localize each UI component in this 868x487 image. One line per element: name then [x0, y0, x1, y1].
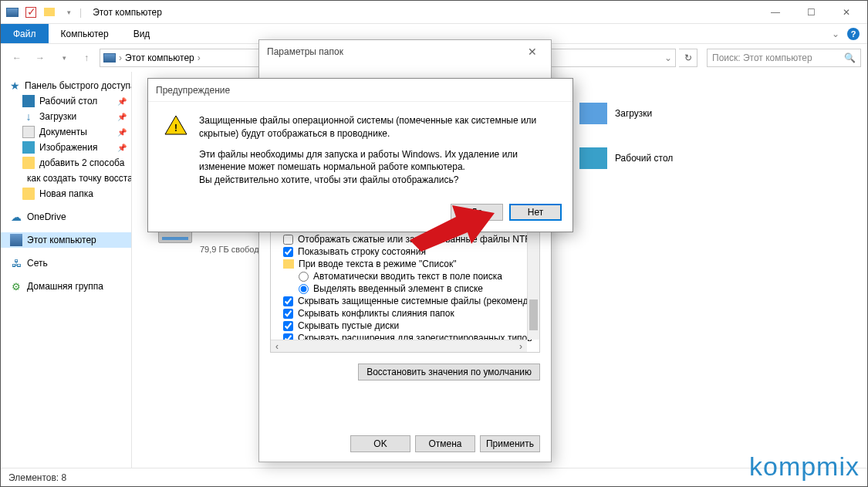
sidebar-pictures[interactable]: Изображения📌 [1, 140, 131, 155]
option-row[interactable]: Скрывать конфликты слияния папок [272, 307, 538, 320]
warning-p1: Защищенные файлы операционной системы (п… [199, 114, 557, 140]
option-label: Показывать строку состояния [298, 246, 426, 257]
forward-button[interactable]: → [30, 48, 50, 68]
radio[interactable] [299, 272, 309, 282]
option-label: Автоматически вводить текст в поле поиск… [313, 271, 502, 282]
option-row[interactable]: Показывать строку состояния [272, 245, 538, 258]
sidebar-item-label: Новая папка [39, 188, 93, 199]
sidebar-item-label: Панель быстрого доступа [25, 80, 131, 91]
history-dropdown[interactable] [53, 48, 73, 68]
sidebar-documents[interactable]: Документы📌 [1, 124, 131, 140]
help-icon[interactable]: ? [847, 28, 860, 40]
addr-dropdown-icon[interactable]: ⌄ [664, 52, 672, 63]
option-label: Скрывать защищенные системные файлы (рек… [298, 296, 540, 306]
dialog-title-bar[interactable]: Предупреждение [148, 79, 572, 102]
pin-icon: 📌 [117, 144, 127, 152]
sidebar-onedrive[interactable]: OneDrive [1, 209, 131, 225]
folder-icon [22, 188, 35, 200]
dialog-close-button[interactable]: ✕ [522, 46, 543, 58]
file-tab[interactable]: Файл [1, 24, 49, 43]
option-label: Отображать сжатые или зашифрованные файл… [298, 234, 537, 245]
checkbox[interactable] [283, 296, 293, 306]
vertical-scrollbar[interactable] [527, 230, 539, 340]
horizontal-scrollbar[interactable]: ‹› [271, 340, 527, 352]
computer-tab[interactable]: Компьютер [49, 24, 121, 43]
cancel-button[interactable]: Отмена [415, 435, 475, 452]
option-row[interactable]: Отображать сжатые или зашифрованные файл… [272, 233, 538, 245]
watermark: kompmix [749, 451, 860, 482]
ribbon-expand-icon[interactable]: ⌄ [832, 29, 839, 39]
breadcrumb-sep2[interactable]: › [198, 52, 201, 63]
folder-icon [22, 157, 35, 169]
sidebar-folder-new[interactable]: Новая папка [1, 186, 131, 201]
qat-dropdown-icon[interactable] [59, 4, 76, 21]
sidebar-item-label: Загрузки [39, 111, 76, 122]
breadcrumb-sep: › [119, 52, 122, 63]
checkbox[interactable] [283, 247, 293, 257]
sidebar-item-label: Рабочий стол [39, 96, 97, 107]
warning-text: Защищенные файлы операционной системы (п… [199, 114, 557, 194]
warning-dialog: Предупреждение ! Защищенные файлы операц… [147, 78, 573, 232]
sidebar-quick-access[interactable]: Панель быстрого доступа [1, 78, 131, 93]
minimize-button[interactable]: — [758, 2, 793, 23]
sidebar-downloads[interactable]: Загрузки📌 [1, 109, 131, 124]
yes-button[interactable]: Да [451, 204, 503, 221]
checkbox[interactable] [283, 309, 293, 319]
window-title: Этот компьютер [93, 7, 162, 18]
sidebar-item-label: OneDrive [27, 211, 66, 222]
option-label: Скрывать пустые диски [298, 320, 399, 331]
checkbox[interactable] [283, 235, 293, 245]
search-placeholder: Поиск: Этот компьютер [712, 52, 812, 63]
restore-defaults-button[interactable]: Восстановить значения по умолчанию [358, 364, 540, 380]
breadcrumb-location[interactable]: Этот компьютер [125, 52, 194, 63]
maximize-button[interactable]: ☐ [793, 2, 829, 23]
search-icon[interactable]: 🔍 [844, 52, 856, 63]
refresh-button[interactable]: ↻ [679, 49, 697, 67]
no-button[interactable]: Нет [509, 204, 562, 221]
main-folder-desktop[interactable]: Рабочий стол [579, 147, 673, 169]
sidebar-folder-add2[interactable]: добавить 2 способа [1, 155, 131, 171]
sidebar-item-label: Домашняя группа [27, 281, 103, 292]
option-row[interactable]: Скрывать защищенные системные файлы (рек… [272, 295, 538, 307]
option-row[interactable]: Автоматически вводить текст в поле поиск… [272, 270, 538, 282]
warning-p2: Эти файлы необходимы для запуска и работ… [199, 148, 557, 187]
status-elements: Элементов: 8 [8, 472, 66, 483]
downloads-icon [22, 110, 35, 123]
dialog-title: Параметры папок [267, 46, 343, 57]
onedrive-icon [10, 211, 22, 223]
checkbox-qat-icon[interactable]: ✓ [22, 4, 39, 21]
pc-qat-icon[interactable] [4, 4, 21, 21]
close-button[interactable]: ✕ [829, 2, 864, 23]
scrollbar-thumb[interactable] [529, 299, 538, 330]
sidebar-folder-howto[interactable]: как создать точку восстановления [1, 171, 131, 186]
folder-qat-icon[interactable] [41, 4, 58, 21]
homegroup-icon [10, 280, 22, 293]
up-button[interactable]: ↑ [76, 48, 96, 68]
star-icon [10, 79, 20, 92]
dialog-title: Предупреждение [156, 85, 230, 96]
back-button[interactable]: ← [7, 48, 27, 68]
scroll-right-icon[interactable]: › [515, 341, 527, 352]
ok-button[interactable]: OK [350, 435, 410, 452]
pin-icon: 📌 [117, 128, 127, 137]
folder-label: Загрузки [615, 108, 652, 119]
dialog-title-bar[interactable]: Параметры папок ✕ [259, 40, 551, 63]
view-tab[interactable]: Вид [121, 24, 163, 43]
scroll-left-icon[interactable]: ‹ [271, 341, 283, 352]
sidebar-this-pc[interactable]: Этот компьютер [1, 232, 131, 248]
apply-button[interactable]: Применить [480, 435, 540, 452]
documents-icon [22, 126, 35, 138]
sidebar-item-label: Документы [39, 127, 87, 137]
option-row[interactable]: Выделять введенный элемент в списке [272, 282, 538, 295]
sidebar-desktop[interactable]: Рабочий стол📌 [1, 93, 131, 109]
sidebar-network[interactable]: Сеть [1, 255, 131, 271]
radio[interactable] [299, 284, 309, 294]
option-group: При вводе текста в режиме "Список" [272, 258, 538, 270]
search-input[interactable]: Поиск: Этот компьютер 🔍 [707, 49, 861, 67]
option-row[interactable]: Скрывать пустые диски [272, 320, 538, 332]
main-folder-downloads[interactable]: Загрузки [579, 103, 673, 124]
checkbox[interactable] [283, 321, 293, 331]
folder-icon [283, 259, 294, 269]
advanced-options-list[interactable]: Отображать сжатые или зашифрованные файл… [270, 229, 540, 353]
sidebar-homegroup[interactable]: Домашняя группа [1, 279, 131, 294]
